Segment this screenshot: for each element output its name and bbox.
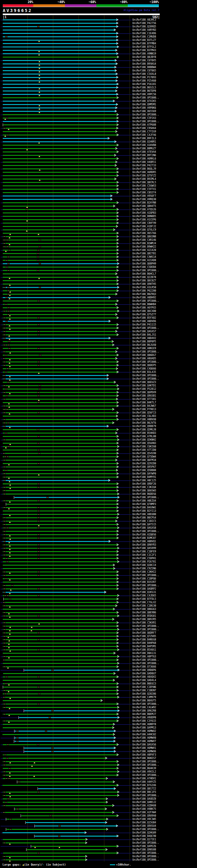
alignment-row[interactable]: UniRef100_Q70MP3 — [0, 502, 197, 506]
alignment-row[interactable]: UniRef100_A2I420 — [0, 248, 197, 252]
hit-accession-label[interactable]: UniRef100_Q70MP3 — [132, 503, 156, 505]
alignment-row[interactable]: UniRef100_A9UDP0 — [0, 716, 197, 719]
hit-accession-label[interactable]: UniRef100_B3TLZ7 — [132, 39, 156, 41]
hit-accession-label[interactable]: UniRef100_P25460 — [132, 80, 156, 82]
alignment-row[interactable]: UniRef100_Q4UDZ8 — [0, 797, 197, 801]
hit-accession-label[interactable]: UniRef100_B7FGL2 — [132, 45, 156, 48]
alignment-row[interactable]: UniRef100_A8N1E9 — [0, 347, 197, 350]
hit-accession-label[interactable]: UniRef100_Q4GXS8 — [132, 527, 156, 529]
hit-accession-label[interactable]: UniRef100_B5DG01 — [132, 615, 156, 617]
alignment-row[interactable]: UniRef100_A8E6B0 — [0, 513, 197, 516]
alignment-row[interactable]: UniRef100_B4HP68 — [0, 641, 197, 645]
alignment-row[interactable]: UniRef100_Q4Y515 — [0, 523, 197, 526]
alignment-row[interactable]: UniRef100_Q6CX80 — [0, 309, 197, 313]
alignment-row[interactable]: UniRef100_Q1H8R1 — [0, 140, 197, 144]
alignment-row[interactable]: UniRef100_B5X6G1 — [0, 648, 197, 652]
alignment-row[interactable]: UniRef100_UPI000.. — [0, 773, 197, 777]
hit-accession-label[interactable]: UniRef100_Q0E9B6 — [132, 611, 156, 614]
alignment-row[interactable]: UniRef100_Q95P67 — [0, 465, 197, 469]
hit-accession-label[interactable]: UniRef100_Q4UDZ8 — [132, 798, 156, 800]
hit-accession-label[interactable]: UniRef100_B6QLJ9 — [132, 167, 156, 170]
hit-accession-label[interactable]: UniRef100_B2YI13 — [132, 509, 156, 513]
alignment-row[interactable]: UniRef100_C3Y615 — [0, 719, 197, 723]
hit-accession-label[interactable]: UniRef100_Q292D0 — [132, 462, 156, 465]
alignment-row[interactable]: UniRef100_C7YIG9 — [0, 130, 197, 133]
alignment-row[interactable]: UniRef100_Q8ITB1 — [0, 252, 197, 255]
hit-accession-label[interactable]: UniRef100_Q017I2 — [132, 787, 156, 790]
alignment-row[interactable]: UniRef100_A9BK75 — [0, 807, 197, 811]
hit-accession-label[interactable]: UniRef100_C1E4D6 — [132, 32, 156, 35]
hit-accession-label[interactable]: UniRef100_UPI000.. — [132, 764, 159, 766]
hit-accession-label[interactable]: UniRef100_B9WH22 — [132, 245, 156, 248]
alignment-row[interactable]: UniRef100_B0Z9Q3 — [0, 292, 197, 296]
alignment-row[interactable]: UniRef100_A1DFJ2 — [0, 225, 197, 228]
hit-accession-label[interactable]: UniRef100_UPI000.. — [132, 361, 159, 363]
hit-accession-label[interactable]: UniRef100_B5AKB3 — [132, 432, 156, 434]
alignment-row[interactable]: UniRef100_Q5DB08 — [0, 469, 197, 472]
hit-accession-label[interactable]: UniRef100_B4JW67 — [132, 405, 156, 407]
alignment-row[interactable]: UniRef100_P25460 — [0, 79, 197, 83]
hit-accession-label[interactable]: UniRef100_A2I420 — [132, 249, 156, 252]
alignment-row[interactable]: UniRef100_C7GLX2 — [0, 601, 197, 604]
hit-accession-label[interactable]: UniRef100_A4HC02 — [132, 733, 156, 736]
alignment-row[interactable]: UniRef100_C6T0V5 — [0, 59, 197, 62]
hit-accession-label[interactable]: UniRef100_UPI000.. — [132, 377, 159, 380]
alignment-row[interactable]: UniRef100_B3MC87 — [0, 536, 197, 540]
alignment-row[interactable]: UniRef100_B2WMJ4 — [0, 242, 197, 245]
alignment-row[interactable]: UniRef100_Q7SFZ2 — [0, 174, 197, 177]
alignment-row[interactable]: UniRef100_UPI000.. — [0, 828, 197, 831]
alignment-row[interactable]: UniRef100_B6DDS6 — [0, 492, 197, 496]
alignment-row[interactable]: UniRef100_B9SKG4 — [0, 62, 197, 66]
hit-accession-label[interactable]: UniRef100_C4M979 — [132, 696, 156, 699]
hit-accession-label[interactable]: UniRef100_UPI000.. — [132, 574, 159, 577]
alignment-row[interactable]: UniRef100_Q9DF26 — [0, 482, 197, 486]
hit-accession-label[interactable]: UniRef100_C4JD65 — [132, 594, 156, 597]
hit-accession-label[interactable]: UniRef100_UPI000.. — [132, 794, 159, 797]
alignment-row[interactable]: UniRef100_C1C2F1 — [0, 553, 197, 557]
alignment-row[interactable]: UniRef100_Q4GXS6 — [0, 743, 197, 746]
hit-accession-label[interactable]: UniRef100_Q06DG7 — [132, 354, 156, 356]
hit-accession-label[interactable]: UniRef100_C9SHA4 — [132, 127, 156, 130]
hit-accession-label[interactable]: UniRef100_UPI000.. — [132, 374, 159, 377]
hit-accession-label[interactable]: UniRef100_B9FZL3 — [132, 137, 156, 140]
alignment-row[interactable]: UniRef100_B7G2U6 — [0, 784, 197, 787]
alignment-row[interactable]: UniRef100_B0EMJ7 — [0, 713, 197, 716]
alignment-row[interactable]: UniRef100_A8XQV2 — [0, 675, 197, 679]
alignment-row[interactable]: UniRef100_Q66SW3 — [0, 489, 197, 492]
alignment-row[interactable]: UniRef100_B8N0D5 — [0, 215, 197, 218]
hit-accession-label[interactable]: UniRef100_B4G9W1 — [132, 506, 156, 509]
hit-accession-label[interactable]: UniRef100_A9P8K6 — [132, 106, 156, 109]
hit-accession-label[interactable]: UniRef100_O65766 — [132, 232, 156, 235]
alignment-row[interactable]: UniRef100_Q4QRP2 — [0, 587, 197, 591]
alignment-row[interactable]: UniRef100_Q4GXS7 — [0, 330, 197, 333]
hit-accession-label[interactable]: UniRef100_Q9GSB1 — [132, 395, 156, 397]
hit-accession-label[interactable]: UniRef100_Q4Y515 — [132, 523, 156, 526]
alignment-row[interactable]: UniRef100_UPI000.. — [0, 794, 197, 797]
alignment-row[interactable]: UniRef100_UPI000.. — [0, 374, 197, 377]
alignment-row[interactable]: UniRef100_Q4GXS8 — [0, 526, 197, 530]
hit-accession-label[interactable]: UniRef100_B6HCL7 — [132, 273, 156, 275]
hit-accession-label[interactable]: UniRef100_B6DDS6 — [132, 493, 156, 495]
hit-accession-label[interactable]: UniRef100_B5FX82 — [132, 316, 156, 319]
hit-accession-label[interactable]: UniRef100_Q17IE1 — [132, 838, 156, 841]
alignment-row[interactable]: UniRef100_Q17IE1 — [0, 838, 197, 841]
alignment-row[interactable]: UniRef100_B9WH22 — [0, 245, 197, 248]
hit-accession-label[interactable]: UniRef100_B4P5M1 — [132, 645, 156, 648]
alignment-row[interactable]: UniRef100_Q7ZV05 — [0, 634, 197, 638]
alignment-row[interactable]: UniRef100_B4LJS1 — [0, 333, 197, 337]
hit-accession-label[interactable]: UniRef100_B0EMJ7 — [132, 713, 156, 716]
alignment-row[interactable]: UniRef100_UPI000.. — [0, 841, 197, 845]
hit-accession-label[interactable]: UniRef100_C0S5T4 — [132, 191, 156, 194]
hit-accession-label[interactable]: UniRef100_Q6C0Z7 — [132, 279, 156, 282]
alignment-row[interactable]: UniRef100_A8PT63 — [0, 655, 197, 658]
hit-accession-label[interactable]: UniRef100_Q6PDV9 — [132, 391, 156, 394]
alignment-row[interactable]: UniRef100_P41115 — [0, 323, 197, 327]
alignment-row[interactable]: UniRef100_Q9M5M1 — [0, 103, 197, 106]
hit-accession-label[interactable]: UniRef100_C3KIQ4 — [132, 486, 156, 489]
alignment-row[interactable]: UniRef100_A6RKL6 — [0, 157, 197, 160]
alignment-row[interactable]: UniRef100_C1MUD8 — [0, 35, 197, 38]
hit-accession-label[interactable]: UniRef100_A2Q0S6 — [132, 533, 156, 536]
alignment-row[interactable]: UniRef100_C1BFE9 — [0, 550, 197, 553]
hit-accession-label[interactable]: UniRef100_P16181 — [132, 83, 156, 86]
alignment-row[interactable]: UniRef100_A7RL80 — [0, 435, 197, 438]
